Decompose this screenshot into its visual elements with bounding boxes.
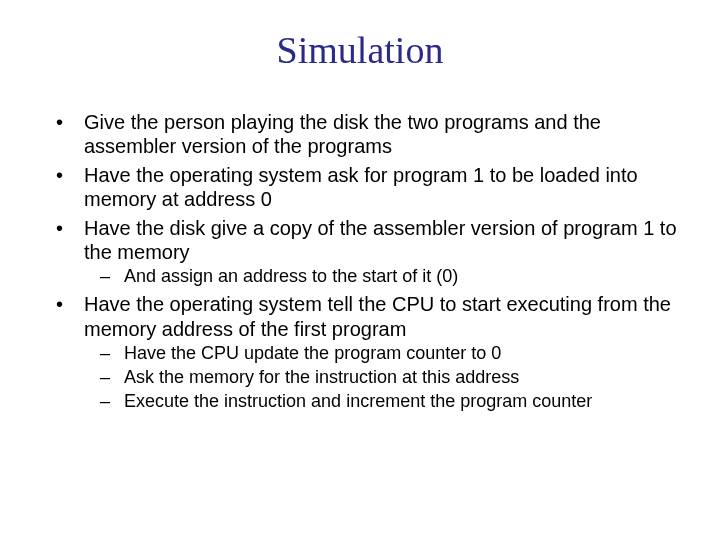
list-item: Give the person playing the disk the two…	[40, 110, 680, 159]
sub-bullet-text: Have the CPU update the program counter …	[124, 343, 501, 363]
sub-bullet-text: Execute the instruction and increment th…	[124, 391, 592, 411]
bullet-list: Give the person playing the disk the two…	[40, 110, 680, 413]
list-item: Have the operating system ask for progra…	[40, 163, 680, 212]
sub-bullet-text: Ask the memory for the instruction at th…	[124, 367, 519, 387]
sub-list-item: And assign an address to the start of it…	[84, 266, 680, 288]
sub-list: Have the CPU update the program counter …	[84, 343, 680, 413]
list-item: Have the operating system tell the CPU t…	[40, 292, 680, 413]
sub-list-item: Execute the instruction and increment th…	[84, 391, 680, 413]
sub-list-item: Have the CPU update the program counter …	[84, 343, 680, 365]
list-item: Have the disk give a copy of the assembl…	[40, 216, 680, 289]
bullet-text: Have the disk give a copy of the assembl…	[84, 217, 677, 263]
bullet-text: Have the operating system ask for progra…	[84, 164, 638, 210]
sub-bullet-text: And assign an address to the start of it…	[124, 266, 458, 286]
bullet-text: Give the person playing the disk the two…	[84, 111, 601, 157]
sub-list: And assign an address to the start of it…	[84, 266, 680, 288]
bullet-text: Have the operating system tell the CPU t…	[84, 293, 671, 339]
slide-title: Simulation	[40, 28, 680, 72]
sub-list-item: Ask the memory for the instruction at th…	[84, 367, 680, 389]
